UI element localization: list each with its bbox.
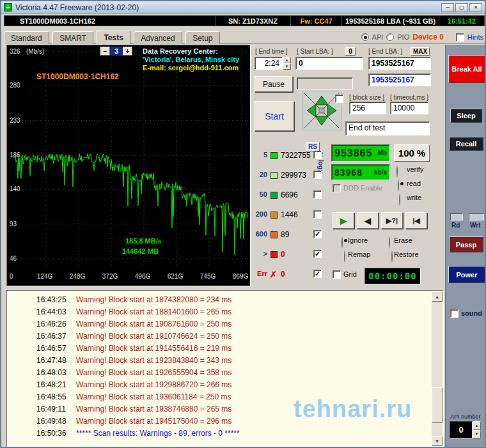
log-time: 16:49:11 (36, 403, 76, 415)
percent-unit: % (417, 148, 425, 158)
log-line: 16:46:57Warning! Block start at 19145564… (7, 343, 443, 355)
stat-log-checkbox[interactable] (313, 151, 322, 159)
log-time: 16:43:25 (36, 294, 76, 306)
log-line: 16:44:03Warning! Block start at 18814016… (7, 306, 443, 318)
stat-count: 1446 (281, 210, 298, 219)
spinner-down-icon[interactable]: ▼ (283, 63, 291, 70)
stat-log-checkbox[interactable] (313, 270, 322, 278)
rs-button[interactable]: RS (306, 142, 320, 151)
scroll-thumb[interactable] (432, 387, 443, 423)
end-lba-input[interactable]: 1953525167 (368, 57, 431, 70)
read-radio[interactable] (398, 180, 399, 192)
window-title: Victoria 4.47 Freeware (2013-02-20) (15, 3, 440, 12)
remaining-mb-unit: Mb (378, 150, 387, 157)
maximize-button[interactable]: ▢ (455, 3, 468, 12)
stat-log-checkbox[interactable] (313, 250, 322, 258)
hints-checkbox[interactable] (456, 33, 464, 42)
y-tick: 186 (10, 151, 20, 158)
tab-standard[interactable]: Standard (4, 31, 49, 44)
start-lba-input[interactable]: 0 (295, 57, 363, 70)
scanned-mb-text: 144642 MB (122, 247, 159, 255)
log-time: 16:48:03 (36, 367, 76, 379)
minimize-button[interactable]: ─ (441, 3, 454, 12)
sleep-button[interactable]: Sleep (450, 109, 482, 123)
block-size-select[interactable]: 256 (349, 102, 386, 114)
log-time: 16:46:26 (36, 318, 76, 330)
log-line: 16:50:36***** Scan results: Warnings - 8… (7, 428, 443, 440)
log-message: Warning! Block start at 1929886720 = 266… (76, 380, 231, 389)
break-all-button[interactable]: Break All (448, 55, 485, 83)
grid-checkbox[interactable] (333, 270, 341, 279)
log-line: 16:47:48Warning! Block start at 19238438… (7, 355, 443, 367)
x-tick: 124G (35, 273, 55, 280)
end-lba-max-button[interactable]: MAX (411, 47, 430, 56)
stat-bucket-label: 20 (253, 171, 267, 178)
stat-log-checkbox[interactable] (313, 171, 322, 179)
zoom-out-button[interactable]: − (100, 47, 110, 56)
log-message: ***** Scan results: Warnings - 89, error… (76, 429, 240, 438)
erase-radio[interactable] (389, 236, 390, 249)
restore-radio[interactable] (391, 251, 393, 263)
passp-button[interactable]: Passp (449, 236, 483, 252)
stat-log-checkbox[interactable] (313, 230, 322, 238)
power-button[interactable]: Power (448, 266, 485, 283)
ddd-enable-label: DDD Enable (343, 184, 382, 192)
spinner-down-icon[interactable]: ▼ (473, 430, 481, 439)
stat-row: 50 6696 (253, 190, 325, 200)
x-tick: 0 (3, 273, 24, 280)
sound-checkbox[interactable] (450, 309, 459, 318)
speed-display: 83968 kb/s (331, 164, 390, 180)
block-size-label: [ block size ] (349, 94, 384, 101)
end-time-spinner[interactable]: ▲ ▼ (283, 57, 291, 70)
write-radio[interactable] (399, 194, 400, 206)
stat-log-checkbox[interactable] (313, 190, 322, 199)
tab-advanced[interactable]: Advanced (134, 31, 182, 44)
speed-graph-panel: 326 (Mb/s) 280 233 186 140 93 46 0 124G … (6, 45, 251, 286)
pause-button[interactable]: Pause (255, 76, 293, 92)
log-time: 16:49:48 (36, 415, 76, 428)
end-lba-label[interactable]: [ End LBA: ] (368, 48, 402, 55)
rd-label: Rd (451, 222, 460, 229)
zoom-in-button[interactable]: + (123, 47, 132, 56)
timeout-input[interactable]: 10000 (390, 102, 428, 114)
recall-button[interactable]: Recall (449, 137, 483, 151)
step-back-button[interactable]: ◀ (357, 212, 379, 229)
seek-error-button[interactable]: ▶?| (381, 212, 403, 229)
tab-tests[interactable]: Tests (97, 31, 130, 44)
ignore-label: Ignore (348, 236, 368, 244)
start-lba-label[interactable]: [ Start LBA: ] (297, 48, 333, 55)
spinner-up-icon[interactable]: ▲ (473, 421, 481, 430)
scroll-up-button[interactable]: ▲ (432, 291, 443, 302)
ddd-enable-checkbox[interactable] (333, 184, 341, 192)
verify-radio[interactable] (396, 166, 398, 178)
scroll-down-button[interactable]: ▼ (432, 436, 443, 446)
erase-label: Erase (394, 236, 412, 244)
close-button[interactable]: ✕ (469, 3, 482, 12)
remap-radio[interactable] (344, 251, 345, 263)
seek-start-button[interactable]: |◀ (405, 212, 427, 229)
read-label: read (407, 180, 421, 187)
stat-count: 299973 (281, 171, 306, 180)
start-lba-preset-button[interactable]: 0 (345, 47, 356, 56)
end-of-test-select[interactable]: End of test (345, 121, 430, 135)
pio-radio[interactable] (386, 33, 394, 41)
tab-smart[interactable]: SMART (52, 31, 93, 44)
play-button[interactable]: ▶ (333, 212, 354, 229)
api-radio[interactable] (361, 33, 369, 41)
log-time: 16:48:55 (36, 391, 76, 403)
log-scrollbar[interactable]: ▲ ▼ (432, 291, 443, 446)
spinner-up-icon[interactable]: ▲ (283, 57, 291, 63)
y-tick: 280 (10, 82, 20, 89)
banner-line3: E-mail: sergei@hdd-911.com (143, 64, 239, 72)
stat-log-checkbox[interactable] (313, 210, 322, 219)
start-button[interactable]: Start (255, 101, 294, 131)
ignore-radio[interactable] (341, 236, 343, 249)
elapsed-timer-display: 00:00:00 (364, 268, 421, 284)
tab-setup[interactable]: Setup (185, 31, 219, 44)
log-line: 16:46:26Warning! Block start at 19087616… (7, 318, 443, 330)
y-tick: 140 (10, 185, 20, 192)
api-number-spinner[interactable]: ▲ ▼ (473, 421, 481, 438)
log-time: 16:47:48 (36, 355, 76, 367)
drive-serial: SN: Z1D73XNZ (216, 16, 291, 26)
jog-option-checkbox[interactable] (335, 95, 343, 103)
